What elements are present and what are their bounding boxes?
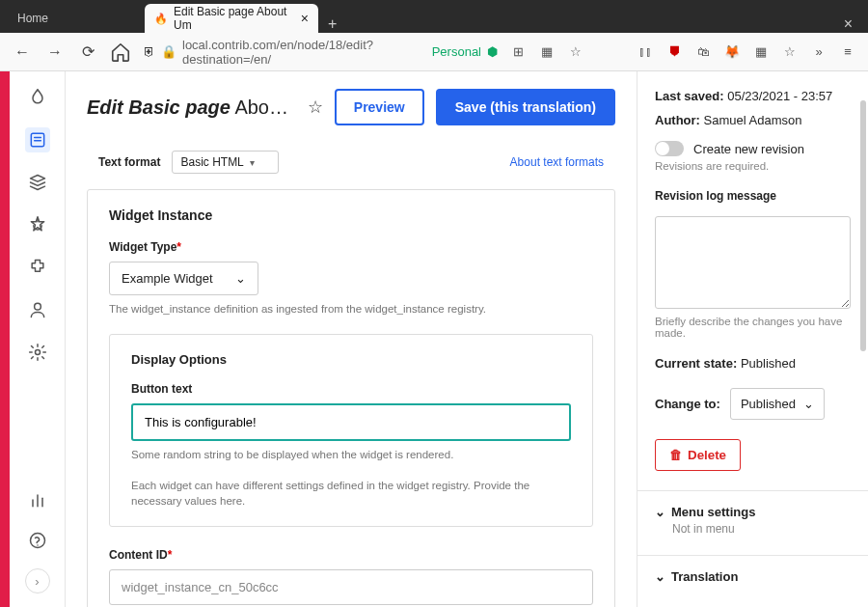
overflow-icon[interactable]: » <box>810 43 827 61</box>
container-label: Personal <box>432 44 481 59</box>
change-to-select[interactable]: Published ⌄ <box>730 388 825 420</box>
create-revision-label: Create new revision <box>693 142 804 156</box>
chevron-down-icon: ⌄ <box>655 569 665 584</box>
drupal-logo-icon[interactable] <box>25 85 50 110</box>
browser-toolbar: ← → ⟳ ⛨ 🔒 local.contrib.com/en/node/18/e… <box>0 33 868 71</box>
pocket-icon[interactable]: 🛍 <box>694 43 712 61</box>
create-revision-toggle[interactable] <box>655 141 684 156</box>
save-button[interactable]: Save (this translation) <box>436 89 615 125</box>
page-title: Edit Basic page About ... <box>87 97 296 119</box>
main-area: Edit Basic page About ... ☆ Preview Save… <box>66 71 637 607</box>
settings-help: Each widget can have different settings … <box>131 478 571 509</box>
people-icon[interactable] <box>25 297 50 322</box>
scrollbar-thumb[interactable] <box>860 100 866 351</box>
left-rail: › <box>10 71 66 607</box>
star-icon[interactable]: ☆ <box>567 43 584 61</box>
text-format-row: Text format Basic HTML ▾ About text form… <box>87 143 615 181</box>
about-text-formats-link[interactable]: About text formats <box>510 155 604 169</box>
reports-icon[interactable] <box>25 487 50 512</box>
bookmark-icon[interactable]: ☆ <box>781 43 799 61</box>
appearance-icon[interactable] <box>25 212 50 237</box>
reload-button[interactable]: ⟳ <box>77 41 98 63</box>
content-id-input[interactable] <box>109 569 593 605</box>
window-close-icon[interactable]: × <box>836 15 860 33</box>
widget-type-select[interactable]: Example Widget ⌄ <box>109 262 258 295</box>
text-format-label: Text format <box>98 155 160 169</box>
help-icon[interactable] <box>25 528 50 553</box>
trash-icon: 🗑 <box>669 448 682 462</box>
chevron-down-icon: ⌄ <box>655 505 665 519</box>
content-scroll[interactable]: Text format Basic HTML ▾ About text form… <box>66 143 637 607</box>
tab-label: Home <box>17 12 48 25</box>
button-text-help: Some random string to be displayed when … <box>131 447 571 462</box>
home-button[interactable] <box>110 41 131 63</box>
tiles-icon[interactable]: ▦ <box>752 43 770 61</box>
widget-type-label: Widget Type* <box>109 240 593 254</box>
new-tab-button[interactable]: + <box>320 15 344 33</box>
reader-icon[interactable]: ⫿⫿ <box>637 43 654 61</box>
menu-settings-sub: Not in menu <box>672 522 851 536</box>
browser-tab-active[interactable]: 🔥 Edit Basic page About Um × <box>145 4 318 33</box>
back-button[interactable]: ← <box>12 41 33 63</box>
favorite-star-icon[interactable]: ☆ <box>308 97 323 118</box>
tab-favicon-icon: 🔥 <box>154 12 168 25</box>
config-icon[interactable] <box>25 340 50 365</box>
text-format-select[interactable]: Basic HTML ▾ <box>172 151 278 174</box>
card-title: Widget Instance <box>109 207 593 223</box>
revision-log-label: Revision log message <box>655 189 851 203</box>
revisions-required-note: Revisions are required. <box>655 160 851 172</box>
revision-log-help: Briefly describe the changes you have ma… <box>655 316 851 339</box>
grid-icon[interactable]: ▦ <box>538 43 556 61</box>
translation-accordion[interactable]: ⌄ Translation <box>655 556 851 584</box>
app-container: › Edit Basic page About ... ☆ Preview Sa… <box>0 71 868 607</box>
display-options-card: Display Options Button text Some random … <box>109 334 593 527</box>
chevron-down-icon: ▾ <box>250 157 255 168</box>
page-header: Edit Basic page About ... ☆ Preview Save… <box>66 71 637 143</box>
button-text-input[interactable] <box>131 403 571 441</box>
extend-icon[interactable] <box>25 255 50 280</box>
svg-point-4 <box>35 350 40 355</box>
lock-icon: 🔒 <box>161 44 176 59</box>
container-stripe <box>0 71 10 607</box>
menu-settings-accordion[interactable]: ⌄ Menu settings Not in menu <box>655 491 851 536</box>
svg-rect-0 <box>31 133 43 146</box>
browser-tab-home[interactable]: Home <box>8 4 143 33</box>
browser-tab-bar: Home 🔥 Edit Basic page About Um × + × <box>0 0 868 33</box>
content-id-label: Content ID* <box>109 548 593 562</box>
ublock-icon[interactable]: ⛊ <box>665 43 683 61</box>
display-options-title: Display Options <box>131 352 571 367</box>
url-bar[interactable]: ⛨ 🔒 local.contrib.com/en/node/18/edit?de… <box>143 38 498 67</box>
url-text: local.contrib.com/en/node/18/edit?destin… <box>182 38 426 67</box>
preview-button[interactable]: Preview <box>335 89 424 125</box>
current-state: Current state: Published <box>655 356 851 371</box>
button-text-label: Button text <box>131 382 571 396</box>
last-saved: Last saved: 05/23/2021 - 23:57 <box>655 89 851 103</box>
create-revision-row: Create new revision <box>655 141 851 156</box>
widget-instance-card: Widget Instance Widget Type* Example Wid… <box>87 189 615 607</box>
chevron-down-icon: ⌄ <box>235 271 246 286</box>
tab-close-icon[interactable]: × <box>301 11 309 26</box>
right-sidebar: Last saved: 05/23/2021 - 23:57 Author: S… <box>637 71 868 607</box>
menu-icon[interactable]: ≡ <box>839 43 856 61</box>
extension-icon[interactable]: ⊞ <box>509 43 527 61</box>
svg-point-3 <box>34 303 41 310</box>
container-icon: ⬢ <box>487 44 498 59</box>
change-to-label: Change to: <box>655 397 720 411</box>
revision-log-textarea[interactable] <box>655 216 851 309</box>
author: Author: Samuel Adamson <box>655 113 851 127</box>
structure-icon[interactable] <box>25 170 50 195</box>
extension2-icon[interactable]: 🦊 <box>723 43 741 61</box>
widget-type-help: The widget_instance definition as ingest… <box>109 301 593 317</box>
content-icon[interactable] <box>25 127 50 152</box>
expand-rail-button[interactable]: › <box>25 568 50 593</box>
forward-button[interactable]: → <box>44 41 66 63</box>
shield-icon: ⛨ <box>143 44 155 59</box>
tab-label: Edit Basic page About Um <box>174 5 295 32</box>
chevron-down-icon: ⌄ <box>803 397 814 411</box>
delete-button[interactable]: 🗑 Delete <box>655 439 741 471</box>
